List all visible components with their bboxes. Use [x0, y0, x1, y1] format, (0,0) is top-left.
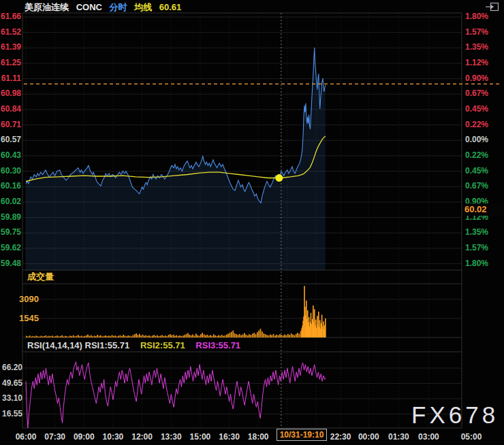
volume-bar — [176, 335, 178, 337]
volume-bar — [142, 335, 144, 337]
volume-bar — [52, 335, 53, 337]
volume-bar — [66, 336, 67, 337]
rsi-header: RSI(14,14,14) RSI1:55.71 RSI2:55.71 RSI3… — [27, 340, 249, 350]
volume-bar — [112, 335, 113, 337]
volume-bar — [265, 334, 266, 337]
price-axis-label: 59.62 — [0, 243, 21, 252]
volume-bar — [50, 336, 52, 337]
volume-bar — [260, 329, 262, 337]
volume-bar — [108, 335, 110, 337]
volume-bar — [286, 335, 287, 337]
volume-bar — [95, 336, 97, 337]
percent-axis-label: 1.57% — [465, 27, 488, 37]
volume-bar — [270, 335, 271, 338]
time-axis-label: 03:00 — [413, 432, 443, 442]
volume-bar — [152, 335, 153, 337]
rsi-axis-label: 33.10 — [0, 393, 22, 403]
volume-bar — [276, 335, 277, 337]
volume-bar — [179, 335, 180, 337]
volume-bar — [81, 335, 82, 337]
volume-bar — [294, 335, 296, 337]
crosshair-time-badge: 10/31-19:10 — [277, 429, 327, 441]
time-axis-label: 09:00 — [69, 432, 99, 442]
symbol-name: 美原油连续 — [25, 2, 69, 12]
percent-axis-label: 0.22% — [465, 150, 488, 160]
time-axis-label: 07:30 — [40, 432, 70, 442]
volume-bar — [127, 335, 129, 337]
volume-bar — [57, 335, 58, 337]
volume-bar — [105, 335, 106, 337]
volume-bar — [173, 335, 174, 337]
price-axis-label: 59.48 — [0, 259, 21, 268]
volume-bar — [221, 335, 223, 337]
volume-bar — [134, 334, 136, 337]
volume-bar — [271, 335, 272, 337]
price-axis-label: 60.30 — [0, 166, 21, 176]
time-axis-label: 12:00 — [127, 432, 157, 442]
percent-axis-label: 0.67% — [465, 181, 488, 191]
volume-bar — [207, 335, 208, 337]
volume-bar — [205, 335, 206, 337]
crosshair-ma-dot — [275, 174, 283, 182]
volume-pane-title: 成交量 — [27, 271, 54, 283]
volume-bar — [194, 335, 195, 337]
volume-bar — [170, 334, 171, 337]
volume-bar — [204, 335, 205, 338]
volume-bar — [28, 336, 29, 337]
volume-bar — [287, 334, 289, 337]
price-area-fill — [26, 48, 326, 270]
volume-bar — [247, 335, 249, 337]
volume-bar — [191, 335, 192, 337]
volume-bar — [208, 335, 210, 337]
volume-bar — [283, 335, 284, 337]
volume-bar — [39, 337, 40, 337]
volume-bar — [140, 335, 142, 337]
volume-bar — [47, 337, 48, 338]
volume-bar — [321, 315, 323, 338]
volume-bar — [311, 313, 312, 337]
volume-bar — [215, 335, 216, 337]
volume-bar — [26, 336, 27, 337]
volume-bar — [115, 335, 116, 337]
volume-bar — [187, 333, 189, 338]
volume-bar — [120, 335, 121, 337]
volume-bar — [223, 336, 224, 337]
volume-bar — [266, 335, 268, 337]
time-axis-label: 15:00 — [185, 432, 215, 442]
volume-bar — [89, 336, 91, 337]
volume-bar — [299, 333, 300, 337]
percent-axis-label: 1.80% — [465, 12, 488, 21]
tab-minute-mode[interactable]: 分时 — [110, 2, 127, 12]
volume-bar — [157, 335, 158, 337]
rsi-params-and-rsi1: RSI(14,14,14) RSI1:55.71 — [27, 340, 129, 350]
volume-bar — [84, 336, 86, 337]
percent-axis-label: 0.45% — [465, 104, 488, 114]
volume-bar — [213, 334, 215, 337]
volume-bar — [161, 335, 163, 337]
volume-bar — [126, 336, 127, 337]
volume-bar — [125, 335, 126, 337]
volume-bar — [82, 337, 84, 338]
volume-bar — [274, 335, 276, 337]
volume-bar — [44, 336, 45, 337]
volume-bar — [151, 336, 152, 337]
volume-bar — [249, 334, 250, 337]
volume-bar — [252, 333, 253, 337]
volume-bar — [148, 335, 150, 337]
price-axis-label: 61.39 — [0, 42, 21, 52]
volume-bar — [257, 332, 258, 337]
volume-bar — [37, 336, 39, 337]
volume-bar — [262, 331, 263, 337]
chart-canvas[interactable] — [0, 0, 504, 445]
volume-bar — [123, 335, 124, 337]
pop-out-icon[interactable] — [485, 1, 500, 13]
volume-bar — [284, 335, 285, 338]
volume-bar — [230, 333, 231, 337]
volume-bar — [159, 336, 160, 337]
percent-axis-label: 1.80% — [465, 259, 488, 268]
volume-bar — [53, 337, 54, 337]
volume-bar — [239, 334, 240, 337]
price-axis-label: 61.66 — [0, 12, 21, 21]
volume-bar — [138, 335, 139, 337]
price-axis-label: 60.16 — [0, 181, 21, 191]
